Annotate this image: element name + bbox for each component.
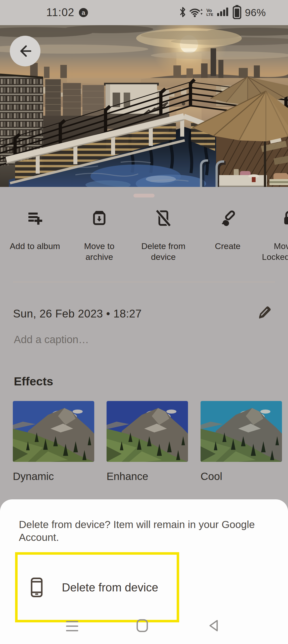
datetime-label: Sun, 26 Feb 2023 • 18:27	[13, 307, 142, 320]
confirm-delete-label: Delete from device	[62, 581, 158, 594]
triangle-back-icon	[208, 619, 219, 632]
square-icon	[136, 619, 148, 632]
status-bar: 11:02 a Vo LTE	[0, 0, 288, 25]
phone-screen: 11:02 a Vo LTE	[0, 0, 288, 644]
effect-thumbnail	[107, 401, 188, 462]
effect-dynamic[interactable]: Dynamic	[13, 401, 94, 462]
bluetooth-icon	[180, 7, 186, 19]
effect-label: Enhance	[107, 470, 148, 482]
effect-thumbnail	[201, 401, 282, 462]
battery-percent: 96%	[245, 7, 266, 19]
navigation-bar	[0, 615, 288, 644]
action-add-to-album[interactable]: Add to album	[7, 210, 63, 252]
battery-icon	[233, 5, 241, 20]
action-create[interactable]: Create	[200, 210, 255, 252]
dialog-message: Delete from device? Item will remain in …	[19, 518, 255, 544]
effect-cool[interactable]: Cool	[201, 401, 282, 462]
wifi-icon	[189, 7, 203, 19]
clock: 11:02	[46, 6, 74, 19]
signal-strength-icon	[217, 7, 229, 18]
effect-label: Cool	[201, 470, 222, 482]
photo-viewer[interactable]	[0, 25, 288, 187]
confirm-delete-button[interactable]: Delete from device	[15, 552, 179, 622]
drag-handle[interactable]	[133, 194, 155, 197]
phone-slash-icon	[155, 210, 171, 226]
effect-enhance[interactable]: Enhance	[107, 401, 188, 462]
divider	[13, 282, 275, 282]
delete-confirmation-sheet: Delete from device? Item will remain in …	[0, 499, 288, 644]
action-delete-from-device[interactable]: Delete from device	[136, 210, 191, 262]
brush-icon	[220, 210, 236, 226]
caption-input[interactable]: Add a caption…	[14, 334, 89, 346]
home-button[interactable]	[136, 619, 148, 633]
volte-indicator: Vo LTE	[206, 9, 213, 16]
back-button[interactable]	[10, 36, 40, 66]
notification-app-icon: a	[79, 8, 88, 17]
edit-date-button[interactable]	[257, 305, 272, 321]
back-arrow-icon	[17, 43, 33, 59]
status-icons: Vo LTE 96%	[180, 5, 266, 20]
effect-label: Dynamic	[13, 470, 54, 482]
menu-lines-icon	[66, 620, 78, 632]
back-nav-button[interactable]	[208, 619, 219, 633]
action-move-to-locked-folder[interactable]: Move to Locked Folder	[261, 210, 288, 262]
lock-icon	[281, 210, 288, 226]
pencil-icon	[257, 305, 272, 320]
recents-button[interactable]	[66, 620, 78, 633]
smartphone-icon	[31, 578, 43, 597]
action-move-to-archive[interactable]: Move to archive	[72, 210, 127, 262]
effects-heading: Effects	[14, 374, 53, 388]
effect-thumbnail	[13, 401, 94, 462]
playlist-add-icon	[27, 210, 43, 226]
archive-icon	[91, 210, 107, 226]
rooftop-pool-photo	[0, 25, 288, 187]
